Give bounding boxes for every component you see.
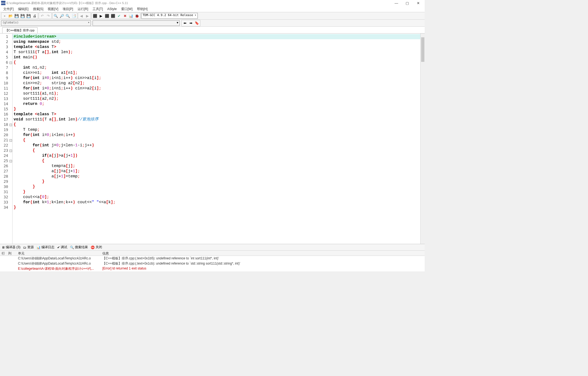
- fold-gutter[interactable]: − − − − −: [9, 34, 13, 244]
- tab-label: 搜索结果: [75, 245, 88, 250]
- line-gutter: 1234567891011121314151617181920212223242…: [0, 34, 9, 244]
- tab-icon: 🖥: [2, 245, 5, 249]
- replace-icon[interactable]: 🔎: [59, 13, 65, 19]
- compile-run-icon[interactable]: ⬛: [104, 13, 110, 19]
- goto-icon[interactable]: 📑: [71, 13, 76, 19]
- titlebar: DEV E:\college\learn\A-课程\B-面向对象程序设计c++\…: [0, 0, 425, 6]
- menu-item[interactable]: 项目[P]: [60, 6, 75, 12]
- tab-icon: 🔍: [70, 245, 74, 249]
- output-tab[interactable]: ⛔关闭: [91, 245, 102, 250]
- output-row[interactable]: C:\Users\孙娟娟\AppData\Local\Temp\cc4JzARc…: [0, 261, 425, 266]
- close-button[interactable]: ✕: [413, 1, 424, 5]
- output-col-msg: 信息: [101, 251, 425, 256]
- tab-icon: ✔: [57, 245, 60, 249]
- output-col-line: 行: [0, 251, 7, 256]
- undo-icon[interactable]: ↶: [39, 13, 45, 19]
- menu-item[interactable]: 文件[F]: [1, 6, 16, 12]
- print-icon[interactable]: 🖨: [32, 13, 37, 19]
- toolbar-main: ▫ 📂 💾 💾 💾 🖨 ↶ ↷ 🔍 🔎 🔍 📑 ◀ ▶ ⬛ ▶ ⬛ ⬛ ✔ ✖ …: [0, 12, 425, 20]
- nav-back-icon[interactable]: ◀: [79, 13, 84, 19]
- open-icon[interactable]: 📂: [8, 13, 13, 19]
- tab-label: 编译器 (3): [6, 245, 20, 250]
- tab-label: 关闭: [96, 245, 102, 250]
- file-tab-row: 【C++模板】排序.cpp: [0, 27, 425, 33]
- compile-icon[interactable]: ⬛: [92, 13, 98, 19]
- find-icon[interactable]: 🔍: [53, 13, 59, 19]
- run-icon[interactable]: ▶: [98, 13, 104, 19]
- output-tab[interactable]: 📊编译日志: [36, 245, 54, 250]
- bookmark-next-icon[interactable]: ➡: [188, 20, 194, 26]
- output-body: C:\Users\孙娟娟\AppData\Local\Temp\cc4JzARc…: [0, 256, 425, 271]
- output-col-col: 列: [7, 251, 16, 256]
- redo-icon[interactable]: ↷: [45, 13, 51, 19]
- editor: 1234567891011121314151617181920212223242…: [0, 33, 425, 244]
- menu-item[interactable]: 搜索[S]: [31, 6, 46, 12]
- tab-icon: ⛔: [91, 245, 95, 249]
- globals-select[interactable]: (globals): [1, 20, 91, 26]
- new-file-icon[interactable]: ▫: [2, 13, 7, 19]
- output-tab[interactable]: 🔍搜索结果: [70, 245, 88, 250]
- save-all-icon[interactable]: 💾: [20, 13, 25, 19]
- vertical-scrollbar[interactable]: [420, 34, 425, 244]
- tab-label: 资源: [27, 245, 34, 250]
- output-tab[interactable]: 🗂资源: [23, 245, 34, 250]
- menu-item[interactable]: 工具[T]: [90, 6, 105, 12]
- tab-icon: 🗂: [23, 245, 26, 249]
- tab-label: 调试: [61, 245, 67, 250]
- file-tab-active[interactable]: 【C++模板】排序.cpp: [2, 27, 38, 33]
- menu-item[interactable]: 帮助[H]: [135, 6, 150, 12]
- stop-icon[interactable]: ✖: [122, 13, 128, 19]
- output-tab[interactable]: 🖥编译器 (3): [2, 245, 20, 250]
- menu-item[interactable]: 运行[R]: [75, 6, 90, 12]
- output-row[interactable]: C:\Users\孙娟娟\AppData\Local\Temp\cc4JzARc…: [0, 256, 425, 261]
- output-header: 行 列 单元 信息: [0, 250, 425, 256]
- menubar: 文件[F]编辑[E]搜索[S]视图[V]项目[P]运行[R]工具[T]AStyl…: [0, 6, 425, 12]
- save-as-icon[interactable]: 💾: [26, 13, 31, 19]
- find-next-icon[interactable]: 🔍: [65, 13, 71, 19]
- menu-item[interactable]: 视图[V]: [45, 6, 60, 12]
- menu-item[interactable]: 窗口[W]: [119, 6, 135, 12]
- tab-icon: 📊: [36, 245, 41, 249]
- rebuild-icon[interactable]: ⬛: [110, 13, 116, 19]
- debug-icon[interactable]: 🐞: [134, 13, 140, 19]
- bookmark-toggle-icon[interactable]: 🔖: [194, 20, 200, 26]
- window-title: E:\college\learn\A-课程\B-面向对象程序设计c++\代码\【…: [7, 1, 128, 5]
- output-col-unit: 单元: [16, 251, 101, 256]
- class-select[interactable]: [93, 20, 180, 26]
- toolbar-secondary: (globals) ⬅ ➡ 🔖: [0, 20, 425, 27]
- compiler-select[interactable]: TDM-GCC 4.9.2 64-bit Release: [141, 13, 198, 19]
- tab-label: 编译日志: [41, 245, 54, 250]
- menu-item[interactable]: AStyle: [105, 7, 119, 11]
- output-tabs: 🖥编译器 (3)🗂资源📊编译日志✔调试🔍搜索结果⛔关闭: [0, 244, 425, 250]
- nav-fwd-icon[interactable]: ▶: [85, 13, 90, 19]
- save-icon[interactable]: 💾: [14, 13, 19, 19]
- check-icon[interactable]: ✔: [116, 13, 122, 19]
- output-tab[interactable]: ✔调试: [57, 245, 67, 250]
- app-icon: DEV: [1, 1, 5, 5]
- maximize-button[interactable]: ▢: [402, 1, 413, 5]
- profile-icon[interactable]: 📊: [128, 13, 134, 19]
- menu-item[interactable]: 编辑[E]: [16, 6, 31, 12]
- code-area[interactable]: #include<iostream>using namespace std;te…: [13, 34, 425, 244]
- output-row[interactable]: E:\college\learn\A-课程\B-面向对象程序设计c++\代...…: [0, 266, 425, 271]
- minimize-button[interactable]: —: [391, 1, 402, 5]
- bookmark-prev-icon[interactable]: ⬅: [182, 20, 188, 26]
